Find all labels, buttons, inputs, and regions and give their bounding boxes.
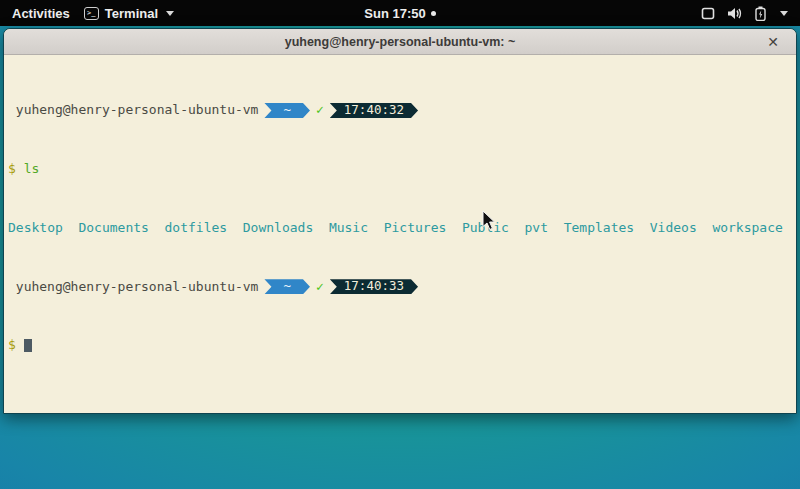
prompt-line: yuheng@henry-personal-ubuntu-vm ~ ✓ 17:4…	[8, 280, 792, 295]
activities-button[interactable]: Activities	[12, 6, 70, 21]
window-titlebar[interactable]: yuheng@henry-personal-ubuntu-vm: ~ ✕	[4, 29, 796, 55]
command-line: $ ls	[8, 162, 792, 177]
prompt-user: yuheng@henry-personal-ubuntu-vm	[8, 103, 258, 118]
directory-entry: Templates	[564, 221, 650, 236]
directory-entry: Pictures	[384, 221, 462, 236]
chevron-down-icon	[780, 11, 788, 16]
directory-entry: Downloads	[243, 221, 329, 236]
volume-icon	[727, 7, 743, 20]
directory-entry: Desktop	[8, 221, 78, 236]
window-title: yuheng@henry-personal-ubuntu-vm: ~	[285, 35, 516, 49]
terminal-content[interactable]: yuheng@henry-personal-ubuntu-vm ~ ✓ 17:4…	[4, 55, 796, 397]
directory-entry: workspace	[712, 221, 782, 236]
close-button[interactable]: ✕	[763, 33, 783, 51]
notification-dot	[431, 11, 436, 16]
prompt-path-segment: ~	[264, 103, 310, 118]
check-icon: ✓	[316, 280, 324, 295]
battery-charging-icon	[755, 6, 766, 21]
directory-entry: Videos	[650, 221, 713, 236]
ls-output-line: DesktopDocumentsdotfilesDownloadsMusicPi…	[8, 221, 792, 236]
app-menu-terminal[interactable]: >_ Terminal	[84, 6, 174, 21]
directory-entry: pvt	[525, 221, 564, 236]
prompt-line: yuheng@henry-personal-ubuntu-vm ~ ✓ 17:4…	[8, 103, 792, 118]
command-text: ls	[24, 162, 40, 177]
directory-entry: dotfiles	[165, 221, 243, 236]
terminal-window: yuheng@henry-personal-ubuntu-vm: ~ ✕ yuh…	[3, 28, 797, 414]
terminal-icon: >_	[84, 7, 99, 20]
prompt-user: yuheng@henry-personal-ubuntu-vm	[8, 280, 258, 295]
prompt-symbol: $	[8, 338, 16, 353]
prompt-time-segment: 17:40:32	[330, 103, 418, 118]
clock[interactable]: Sun 17:50	[364, 6, 425, 21]
system-tray[interactable]	[701, 6, 800, 21]
text-cursor	[24, 339, 32, 352]
prompt-time-segment: 17:40:33	[330, 279, 418, 294]
directory-entry: Music	[329, 221, 384, 236]
check-icon: ✓	[316, 103, 324, 118]
mouse-cursor	[482, 210, 496, 231]
app-menu-label: Terminal	[105, 6, 158, 21]
input-line: $	[8, 338, 792, 353]
directory-entry: Documents	[78, 221, 164, 236]
display-icon	[701, 7, 715, 20]
chevron-down-icon	[166, 11, 174, 16]
prompt-path-segment: ~	[264, 279, 310, 294]
top-bar: Activities >_ Terminal Sun 17:50	[0, 0, 800, 26]
prompt-symbol: $	[8, 162, 16, 177]
